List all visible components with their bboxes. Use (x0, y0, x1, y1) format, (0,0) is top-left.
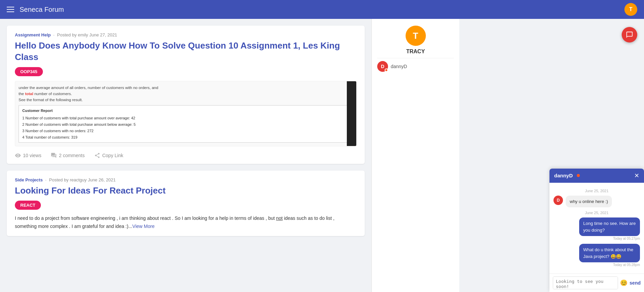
chat-time-2: Today at 05:28pm (579, 263, 640, 267)
post-image-scrollbar (347, 81, 356, 146)
image-text-2: the total number of customers. (19, 92, 72, 96)
comments-count: 2 comments (59, 153, 84, 158)
share-icon (94, 152, 100, 158)
app-title: Seneca Forum (20, 6, 624, 13)
table-row: 3 Number of customers with no orders: 27… (22, 128, 349, 134)
chat-message-row: What do u think about the Java project? … (553, 244, 640, 267)
views-item: 10 views (15, 152, 41, 158)
post-footer: 10 views 2 comments Copy Link (15, 151, 357, 158)
chat-bubble: why u online here :) (566, 196, 612, 208)
post-image-area: under the average amount of all orders, … (15, 81, 357, 147)
chat-bubble-sent: What do u think about the Java project? … (579, 244, 640, 262)
chat-contact-name: dannyD (554, 173, 573, 178)
copy-link-item[interactable]: Copy Link (94, 152, 123, 158)
post-image-table: Customer Report 1 Number of customers wi… (19, 105, 353, 143)
comment-icon (51, 152, 57, 158)
user-panel-avatar: T (406, 26, 426, 46)
post-card: Side Projects · Posted by reactguy June … (7, 171, 365, 236)
app-header: Seneca Forum T (0, 0, 644, 19)
post-tag[interactable]: OOP345 (15, 67, 43, 76)
post-tag[interactable]: REACT (15, 201, 41, 210)
eye-icon (15, 152, 21, 158)
fab-chat-button[interactable] (622, 27, 637, 42)
contact-avatar: D (377, 61, 388, 72)
chat-input[interactable] (553, 276, 618, 289)
chat-date-label: June 25, 2021 (553, 189, 640, 193)
post-body: I need to do a project from software eng… (15, 214, 357, 231)
posts-area: Assignment Help · Posted by emily June 2… (0, 19, 371, 292)
chat-time: Today at 05:27pm (579, 237, 640, 240)
header-avatar[interactable]: T (624, 3, 637, 16)
chat-message-row: Long time no see. How are you doing? Tod… (553, 217, 640, 240)
meta-separator: · (53, 32, 55, 37)
chat-date-label-2: June 25, 2021 (553, 211, 640, 215)
post-image-content: under the average amount of all orders, … (19, 85, 353, 143)
post-meta-info: Posted by reactguy June 26, 2021 (49, 177, 115, 182)
user-panel-name: TRACY (406, 49, 425, 55)
meta-separator: · (45, 177, 47, 182)
table-row: 1 Number of customers with total purchas… (22, 115, 349, 121)
copy-link-label: Copy Link (102, 153, 123, 158)
chat-fab-icon (626, 31, 633, 38)
contact-item[interactable]: D dannyD (377, 58, 454, 75)
user-panel: T TRACY D dannyD (371, 19, 459, 292)
main-layout: Assignment Help · Posted by emily June 2… (0, 19, 644, 292)
online-indicator (385, 68, 388, 72)
post-title[interactable]: Looking For Ideas For React Project (15, 185, 357, 197)
image-text-3: See the format of the following result. (19, 98, 83, 102)
comments-item[interactable]: 2 comments (51, 152, 84, 158)
post-category[interactable]: Side Projects (15, 177, 43, 182)
views-count: 10 views (23, 153, 41, 158)
post-meta: Side Projects · Posted by reactguy June … (15, 177, 357, 182)
table-title: Customer Report (22, 108, 349, 114)
contact-name: dannyD (391, 64, 407, 69)
post-category[interactable]: Assignment Help (15, 32, 51, 37)
chat-header-info: dannyD (554, 173, 580, 178)
emoji-button[interactable]: 😊 (620, 279, 627, 287)
chat-message-row: D why u online here :) (553, 196, 640, 208)
view-more-link[interactable]: View More (132, 224, 155, 229)
post-meta: Assignment Help · Posted by emily June 2… (15, 32, 357, 37)
send-button[interactable]: send (629, 280, 641, 286)
chat-messages: June 25, 2021 D why u online here :) Jun… (549, 183, 644, 274)
chat-header: dannyD ✕ (549, 169, 644, 183)
post-title[interactable]: Hello Does Anybody Know How To Solve Que… (15, 40, 357, 63)
image-text-1: under the average amount of all orders, … (19, 86, 158, 90)
chat-online-dot (577, 174, 580, 177)
menu-icon[interactable] (7, 7, 14, 12)
table-row: 4 Total number of customers: 319 (22, 134, 349, 141)
chat-message-sent: Long time no see. How are you doing? Tod… (579, 217, 640, 240)
post-meta-info: Posted by emily June 27, 2021 (57, 32, 117, 37)
chat-message: why u online here :) (566, 196, 612, 208)
chat-message-sent-2: What do u think about the Java project? … (579, 244, 640, 267)
chat-bubble-sent: Long time no see. How are you doing? (579, 217, 640, 236)
chat-close-button[interactable]: ✕ (634, 173, 639, 179)
chat-window: dannyD ✕ June 25, 2021 D why u online he… (549, 169, 644, 292)
post-card: Assignment Help · Posted by emily June 2… (7, 26, 365, 164)
table-row: 2 Number of customers with total purchas… (22, 121, 349, 128)
chat-input-row: 😊 send (549, 273, 644, 292)
chat-avatar: D (553, 196, 563, 205)
